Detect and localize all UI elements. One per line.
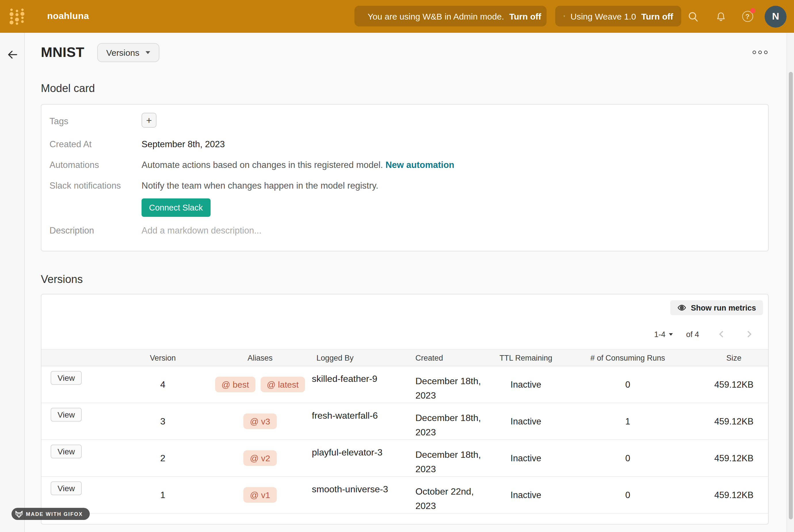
size-cell: 459.12KB xyxy=(700,477,768,513)
app-root: noahluna You are using W&B in Admin mode… xyxy=(0,0,794,532)
page-header: MNIST Versions xyxy=(41,33,769,72)
admin-turn-off-button[interactable]: Turn off xyxy=(509,11,541,21)
consuming-runs-cell: 0 xyxy=(556,440,700,476)
admin-banner-text: You are using W&B in Admin mode. xyxy=(368,11,504,21)
automations-text: Automate actions based on changes in thi… xyxy=(141,160,383,170)
scrollbar-thumb[interactable] xyxy=(789,72,793,519)
versions-panel: Show run metrics 1-4 of 4 Version xyxy=(41,294,769,525)
alias-badge[interactable]: @ v3 xyxy=(244,414,277,429)
table-body: View 4 @ best@ latest skilled-feather-9 … xyxy=(41,366,768,514)
description-label: Description xyxy=(50,221,141,236)
bell-icon xyxy=(715,11,727,22)
add-tag-button[interactable]: + xyxy=(141,113,156,128)
chevron-down-icon xyxy=(669,333,673,336)
user-avatar[interactable]: N xyxy=(765,5,787,27)
alias-badge[interactable]: @ v2 xyxy=(244,450,277,466)
notifications-button[interactable] xyxy=(715,10,727,23)
gifox-watermark-text: MADE WITH GIFOX xyxy=(26,511,83,517)
connect-slack-button[interactable]: Connect Slack xyxy=(141,198,210,217)
created-cell: December 18th, 2023 xyxy=(410,403,490,439)
alias-badge[interactable]: @ v1 xyxy=(244,487,277,503)
back-button[interactable] xyxy=(5,48,19,61)
column-header-aliases: Aliases xyxy=(209,354,311,362)
chevron-down-icon xyxy=(146,51,150,54)
created-cell: October 22nd, 2023 xyxy=(410,477,490,513)
size-cell: 459.12KB xyxy=(700,366,768,403)
main-content: MNIST Versions Model card Tags + Created… xyxy=(25,33,787,532)
aliases-cell: @ v1 xyxy=(209,477,311,513)
table-row: View 1 @ v1 smooth-universe-3 October 22… xyxy=(41,477,768,514)
size-cell: 459.12KB xyxy=(700,440,768,476)
size-cell: 459.12KB xyxy=(700,403,768,439)
page-range-dropdown[interactable]: 1-4 xyxy=(654,330,674,339)
search-button[interactable] xyxy=(687,10,700,23)
slack-notifications-text: Notify the team when changes happen in t… xyxy=(141,180,378,190)
view-button[interactable]: View xyxy=(51,371,82,385)
gifox-watermark: MADE WITH GIFOX xyxy=(12,508,90,520)
top-navbar: noahluna You are using W&B in Admin mode… xyxy=(0,0,794,33)
wandb-dots-logo[interactable] xyxy=(9,7,25,25)
new-automation-link[interactable]: New automation xyxy=(385,160,454,170)
model-card-panel: Tags + Created At September 8th, 2023 Au… xyxy=(41,104,769,251)
table-row: View 2 @ v2 playful-elevator-3 December … xyxy=(41,440,768,477)
ttl-remaining-cell: Inactive xyxy=(496,477,556,513)
more-options-button[interactable] xyxy=(752,47,769,58)
show-run-metrics-button[interactable]: Show run metrics xyxy=(670,300,763,315)
layers-icon xyxy=(563,11,565,21)
ttl-remaining-cell: Inactive xyxy=(496,403,556,439)
alias-badge[interactable]: @ latest xyxy=(261,377,305,392)
show-run-metrics-label: Show run metrics xyxy=(691,303,756,312)
versions-dropdown[interactable]: Versions xyxy=(97,43,159,62)
consuming-runs-cell: 0 xyxy=(556,366,700,403)
help-button[interactable]: ? xyxy=(741,10,754,23)
ttl-remaining-cell: Inactive xyxy=(496,366,556,403)
automations-label: Automations xyxy=(50,155,141,170)
page-title: MNIST xyxy=(41,44,84,60)
left-rail xyxy=(0,33,25,532)
view-button[interactable]: View xyxy=(51,408,82,422)
column-header-ttl-remaining: TTL Remaining xyxy=(496,354,556,362)
aliases-cell: @ v2 xyxy=(209,440,311,476)
fox-icon xyxy=(15,510,23,518)
arrow-left-icon xyxy=(6,49,18,60)
search-icon xyxy=(687,11,699,22)
eye-icon xyxy=(677,303,686,312)
versions-dropdown-label: Versions xyxy=(106,48,139,57)
created-cell: December 18th, 2023 xyxy=(410,440,490,476)
aliases-cell: @ v3 xyxy=(209,403,311,439)
alias-badge[interactable]: @ best xyxy=(215,377,256,392)
model-card-title: Model card xyxy=(41,82,769,95)
weave-banner[interactable]: Using Weave 1.0 Turn off xyxy=(555,6,681,26)
table-row: View 4 @ best@ latest skilled-feather-9 … xyxy=(41,366,768,403)
weave-banner-text: Using Weave 1.0 xyxy=(570,11,636,21)
brand-name[interactable]: noahluna xyxy=(47,11,89,21)
ttl-remaining-cell: Inactive xyxy=(496,440,556,476)
table-header-row: Version Aliases Logged By Created TTL Re… xyxy=(41,349,768,366)
chevron-right-icon xyxy=(744,329,754,339)
logged-by-cell[interactable]: skilled-feather-9 xyxy=(311,366,410,403)
view-button[interactable]: View xyxy=(51,481,82,495)
next-page-button[interactable] xyxy=(744,329,754,339)
logged-by-cell[interactable]: fresh-waterfall-6 xyxy=(311,403,410,439)
column-header-version: Version xyxy=(116,354,209,362)
description-placeholder[interactable]: Add a markdown description... xyxy=(141,221,768,236)
created-cell: December 18th, 2023 xyxy=(410,366,490,403)
column-header-created: Created xyxy=(410,354,496,362)
logged-by-cell[interactable]: smooth-universe-3 xyxy=(311,477,410,513)
chevron-left-icon xyxy=(716,329,727,339)
versions-table: Version Aliases Logged By Created TTL Re… xyxy=(41,349,768,514)
view-button[interactable]: View xyxy=(51,444,82,458)
admin-mode-banner[interactable]: You are using W&B in Admin mode. Turn of… xyxy=(355,6,547,26)
page-scrollbar[interactable] xyxy=(787,33,794,532)
version-cell: 3 xyxy=(116,403,209,439)
consuming-runs-cell: 1 xyxy=(556,403,700,439)
column-header-consuming-runs: # of Consuming Runs xyxy=(556,354,700,362)
page-range-label: 1-4 xyxy=(654,330,665,339)
consuming-runs-cell: 0 xyxy=(556,477,700,513)
logged-by-cell[interactable]: playful-elevator-3 xyxy=(311,440,410,476)
slack-notifications-label: Slack notifications xyxy=(50,176,141,191)
notification-dot xyxy=(750,8,755,13)
weave-turn-off-button[interactable]: Turn off xyxy=(641,11,673,21)
versions-section-title: Versions xyxy=(41,273,769,286)
previous-page-button[interactable] xyxy=(716,329,727,339)
